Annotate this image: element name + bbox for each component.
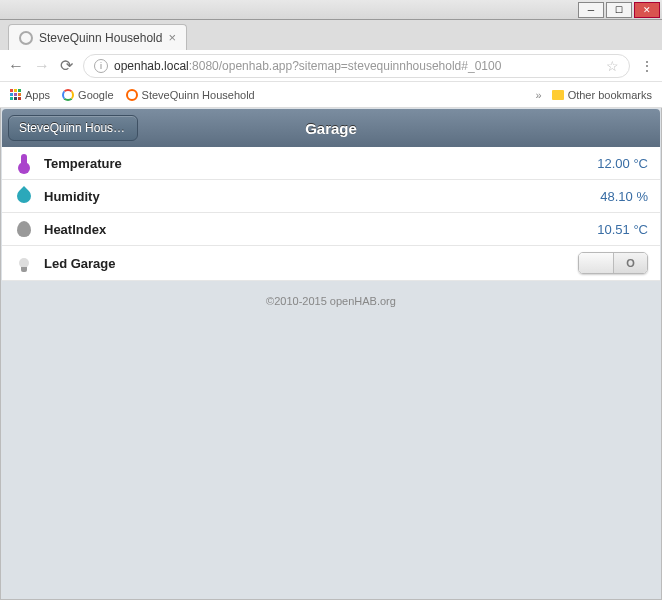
- browser-tabstrip: SteveQuinn Household ×: [0, 20, 662, 50]
- led-toggle: O: [578, 252, 648, 274]
- item-value: 12.00 °C: [597, 156, 648, 171]
- list-item-humidity[interactable]: Humidity 48.10 %: [2, 180, 660, 213]
- item-value: 48.10 %: [600, 189, 648, 204]
- list-item-led-garage: Led Garage O: [2, 246, 660, 281]
- tab-close-icon[interactable]: ×: [168, 30, 176, 45]
- browser-menu-button[interactable]: ⋮: [640, 58, 654, 74]
- bookmark-label: Google: [78, 89, 113, 101]
- url-port: :8080: [189, 59, 219, 73]
- other-bookmarks-label: Other bookmarks: [568, 89, 652, 101]
- bookmarks-overflow-button[interactable]: »: [536, 89, 542, 101]
- tab-title: SteveQuinn Household: [39, 31, 162, 45]
- window-close-button[interactable]: ✕: [634, 2, 660, 18]
- page-viewport: SteveQuinn House… Garage Temperature 12.…: [0, 108, 662, 600]
- bookmarks-bar: Apps Google SteveQuinn Household » Other…: [0, 82, 662, 108]
- footer-text: ©2010-2015 openHAB.org: [2, 281, 660, 321]
- browser-tab[interactable]: SteveQuinn Household ×: [8, 24, 187, 50]
- item-label: Led Garage: [44, 256, 116, 271]
- folder-icon: [552, 90, 564, 100]
- window-titlebar: ─ ☐ ✕: [0, 0, 662, 20]
- apps-label: Apps: [25, 89, 50, 101]
- item-list: Temperature 12.00 °C Humidity 48.10 % He…: [2, 147, 660, 281]
- item-label: HeatIndex: [44, 222, 106, 237]
- other-bookmarks-button[interactable]: Other bookmarks: [552, 89, 652, 101]
- nav-back-button[interactable]: ←: [8, 57, 24, 75]
- apps-grid-icon: [10, 89, 21, 100]
- item-label: Humidity: [44, 189, 100, 204]
- favicon-icon: [19, 31, 33, 45]
- bookmark-item-google[interactable]: Google: [62, 89, 113, 101]
- google-icon: [62, 89, 74, 101]
- address-bar[interactable]: i openhab.local:8080/openhab.app?sitemap…: [83, 54, 630, 78]
- app-navbar: SteveQuinn House… Garage: [2, 109, 660, 147]
- bookmark-label: SteveQuinn Household: [142, 89, 255, 101]
- window-minimize-button[interactable]: ─: [578, 2, 604, 18]
- bookmark-star-icon[interactable]: ☆: [606, 58, 619, 74]
- site-info-icon[interactable]: i: [94, 59, 108, 73]
- back-button[interactable]: SteveQuinn House…: [8, 115, 138, 141]
- thermometer-icon: [14, 153, 34, 173]
- list-item-heatindex[interactable]: HeatIndex 10.51 °C: [2, 213, 660, 246]
- droplet-icon: [14, 186, 34, 206]
- url-host: openhab.local: [114, 59, 189, 73]
- nav-reload-button[interactable]: ⟳: [60, 56, 73, 75]
- bookmark-item-stevequinn[interactable]: SteveQuinn Household: [126, 89, 255, 101]
- openhab-icon: [126, 89, 138, 101]
- browser-toolbar: ← → ⟳ i openhab.local:8080/openhab.app?s…: [0, 50, 662, 82]
- item-value: 10.51 °C: [597, 222, 648, 237]
- list-item-temperature[interactable]: Temperature 12.00 °C: [2, 147, 660, 180]
- toggle-on-button[interactable]: [579, 253, 613, 273]
- window-maximize-button[interactable]: ☐: [606, 2, 632, 18]
- bulb-icon: [14, 253, 34, 273]
- nav-forward-button: →: [34, 57, 50, 75]
- toggle-off-button[interactable]: O: [613, 253, 647, 273]
- apps-button[interactable]: Apps: [10, 89, 50, 101]
- flame-icon: [14, 219, 34, 239]
- item-label: Temperature: [44, 156, 122, 171]
- url-path: /openhab.app?sitemap=stevequinnhousehold…: [219, 59, 502, 73]
